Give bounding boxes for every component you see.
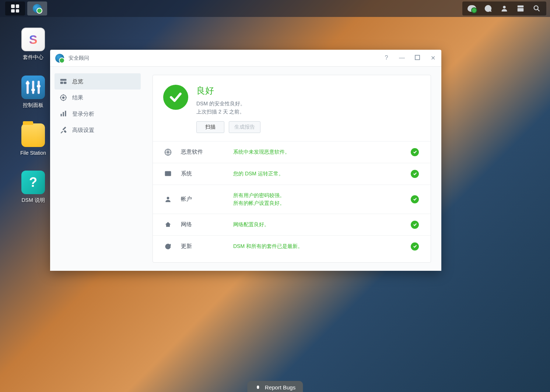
- network-icon: [163, 221, 173, 228]
- category-list: 恶意软件 系统中未发现恶意软件。 系统 您的 DSM 运转正常。 帐户 所有用户…: [153, 141, 431, 257]
- category-name: 网络: [173, 221, 233, 228]
- main-menu-button[interactable]: [5, 1, 25, 15]
- target-icon: [60, 94, 67, 101]
- svg-rect-5: [60, 79, 67, 81]
- system-tray: [462, 1, 546, 15]
- category-message: 网络配置良好。: [233, 221, 411, 228]
- minimize-button[interactable]: —: [399, 55, 405, 62]
- status-line-2: 上次扫描 2 天 之前。: [196, 108, 260, 116]
- svg-rect-2: [518, 8, 524, 11]
- overview-icon: [60, 78, 67, 85]
- chart-icon: [60, 110, 67, 118]
- system-icon: [163, 170, 173, 178]
- file-station-icon: [21, 123, 45, 147]
- status-line-1: DSM 的安全性良好。: [196, 99, 260, 108]
- desktop-icon-dsm-help[interactable]: ? DSM 说明: [11, 171, 55, 204]
- search-icon[interactable]: [529, 1, 545, 15]
- sidebar-item-overview[interactable]: 总览: [55, 73, 141, 90]
- desktop-icon-label: File Station: [20, 150, 46, 156]
- category-message: 系统中未发现恶意软件。: [233, 148, 411, 156]
- ok-badge: [411, 148, 419, 156]
- desktop-icon-control-panel[interactable]: 控制面板: [11, 76, 55, 109]
- svg-rect-12: [65, 111, 66, 116]
- category-message: 您的 DSM 运转正常。: [233, 170, 411, 178]
- category-system[interactable]: 系统 您的 DSM 运转正常。: [153, 163, 431, 185]
- scan-button[interactable]: 扫描: [196, 121, 224, 133]
- category-message: 所有用户的密码较强。 所有的帐户设置良好。: [233, 192, 411, 207]
- status-title: 良好: [196, 85, 260, 97]
- malware-icon: [163, 148, 173, 156]
- svg-point-9: [62, 97, 65, 99]
- ok-badge: [411, 170, 419, 178]
- generate-report-button[interactable]: 生成报告: [229, 121, 260, 133]
- category-malware[interactable]: 恶意软件 系统中未发现恶意软件。: [153, 141, 431, 163]
- sidebar: 总览 结果 登录分析 高级设置: [50, 67, 145, 271]
- main-panel: 良好 DSM 的安全性良好。 上次扫描 2 天 之前。 扫描 生成报告 恶意软件…: [153, 75, 431, 263]
- user-icon[interactable]: [496, 1, 512, 15]
- category-name: 帐户: [173, 196, 233, 203]
- report-bugs-label: Report Bugs: [265, 384, 295, 391]
- sidebar-item-label: 高级设置: [72, 127, 94, 134]
- window-title: 安全顾问: [69, 55, 89, 62]
- status-block: 良好 DSM 的安全性良好。 上次扫描 2 天 之前。 扫描 生成报告: [153, 75, 431, 141]
- svg-rect-1: [518, 6, 524, 8]
- svg-rect-4: [415, 55, 420, 60]
- control-panel-icon: [21, 76, 45, 99]
- category-update[interactable]: 更新 DSM 和所有的套件已是最新。: [153, 236, 431, 257]
- help-button[interactable]: ?: [383, 55, 390, 62]
- ok-badge: [411, 242, 419, 251]
- sidebar-item-advanced[interactable]: 高级设置: [55, 122, 141, 138]
- package-center-icon: [21, 28, 45, 51]
- security-advisor-taskbar-button[interactable]: [27, 1, 47, 15]
- desktop-icon-label: 控制面板: [23, 102, 43, 109]
- sidebar-item-login-analysis[interactable]: 登录分析: [55, 106, 141, 122]
- desktop-icon-file-station[interactable]: File Station: [11, 123, 55, 156]
- ok-badge: [411, 195, 419, 203]
- category-account[interactable]: 帐户 所有用户的密码较强。 所有的帐户设置良好。: [153, 185, 431, 214]
- notification-icon[interactable]: [480, 1, 496, 15]
- category-network[interactable]: 网络 网络配置良好。: [153, 214, 431, 236]
- svg-rect-11: [63, 112, 64, 116]
- security-advisor-icon: [33, 4, 42, 13]
- account-icon: [163, 196, 173, 203]
- sidebar-item-label: 登录分析: [72, 111, 94, 118]
- sidebar-item-results[interactable]: 结果: [55, 90, 141, 106]
- category-name: 更新: [173, 243, 233, 250]
- help-icon: ?: [21, 171, 45, 194]
- desktop-icons: 套件中心 控制面板 File Station ? DSM 说明: [11, 28, 55, 204]
- svg-rect-6: [60, 82, 63, 84]
- category-message: DSM 和所有的套件已是最新。: [233, 242, 411, 250]
- window-app-icon: [55, 54, 64, 63]
- close-button[interactable]: ✕: [430, 55, 436, 62]
- window-titlebar[interactable]: 安全顾问 ? — ✕: [50, 50, 441, 67]
- security-advisor-window: 安全顾问 ? — ✕ 总览 结果 登录分析: [50, 50, 441, 271]
- bug-icon: [255, 384, 261, 391]
- svg-point-15: [167, 197, 169, 199]
- svg-rect-7: [64, 82, 67, 84]
- ok-badge: [411, 221, 419, 229]
- svg-point-3: [534, 6, 538, 10]
- desktop-icon-package-center[interactable]: 套件中心: [11, 28, 55, 61]
- status-check-icon: [163, 85, 188, 110]
- grid-icon: [11, 4, 19, 13]
- svg-rect-10: [61, 114, 62, 116]
- update-icon: [163, 243, 173, 250]
- category-name: 恶意软件: [173, 148, 233, 155]
- maximize-button[interactable]: [414, 55, 421, 62]
- widgets-icon[interactable]: [512, 1, 529, 15]
- tools-icon: [60, 126, 67, 134]
- report-bugs-button[interactable]: Report Bugs: [247, 381, 303, 392]
- cloud-status-icon[interactable]: [464, 1, 480, 15]
- taskbar: [0, 0, 550, 17]
- sidebar-item-label: 结果: [72, 94, 83, 101]
- sidebar-item-label: 总览: [72, 78, 83, 85]
- desktop-icon-label: DSM 说明: [22, 197, 45, 204]
- svg-point-0: [503, 6, 505, 8]
- category-name: 系统: [173, 170, 233, 177]
- desktop-icon-label: 套件中心: [23, 54, 43, 61]
